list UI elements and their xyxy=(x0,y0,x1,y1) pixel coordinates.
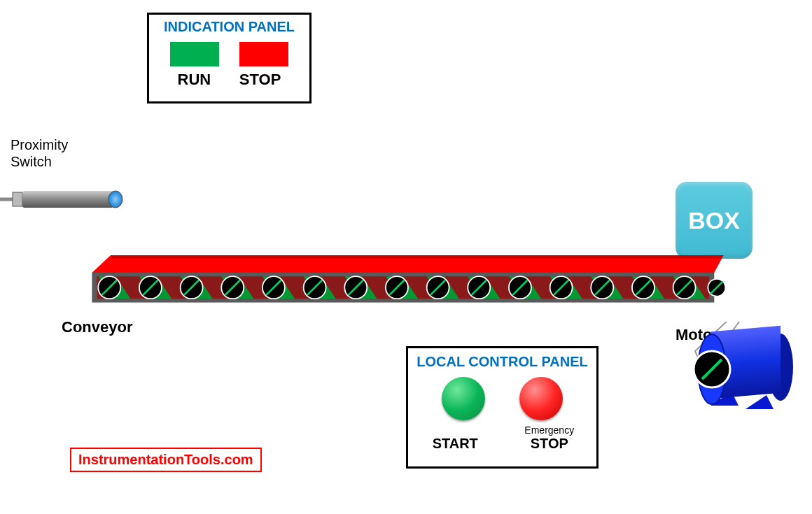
stop-indicator-label: STOP xyxy=(239,71,281,89)
start-button-label: START xyxy=(408,436,503,452)
box-item: BOX xyxy=(676,182,752,259)
conveyor-label: Conveyor xyxy=(62,318,132,336)
indication-panel-title: INDICATION PANEL xyxy=(149,19,309,35)
proximity-switch-label: Proximity Switch xyxy=(10,136,68,170)
local-control-panel: LOCAL CONTROL PANEL START Emergency STOP xyxy=(406,346,598,469)
stop-button-label: Emergency STOP xyxy=(503,424,597,452)
proximity-switch-icon xyxy=(0,185,133,213)
svg-rect-1 xyxy=(13,192,22,206)
box-label: BOX xyxy=(688,207,740,234)
svg-point-3 xyxy=(108,191,122,208)
indication-panel: INDICATION PANEL RUN STOP xyxy=(147,13,312,103)
motor-icon xyxy=(690,322,802,420)
stop-indicator-light xyxy=(239,42,288,66)
run-indicator-light xyxy=(170,42,219,66)
emergency-stop-button[interactable] xyxy=(519,377,563,420)
svg-marker-5 xyxy=(111,255,724,258)
svg-marker-57 xyxy=(746,395,774,409)
run-indicator-label: RUN xyxy=(178,71,211,89)
watermark: InstrumentationTools.com xyxy=(70,448,262,472)
svg-rect-2 xyxy=(22,191,113,208)
local-panel-title: LOCAL CONTROL PANEL xyxy=(408,354,596,370)
start-button[interactable] xyxy=(442,377,485,420)
conveyor-icon xyxy=(52,255,763,311)
